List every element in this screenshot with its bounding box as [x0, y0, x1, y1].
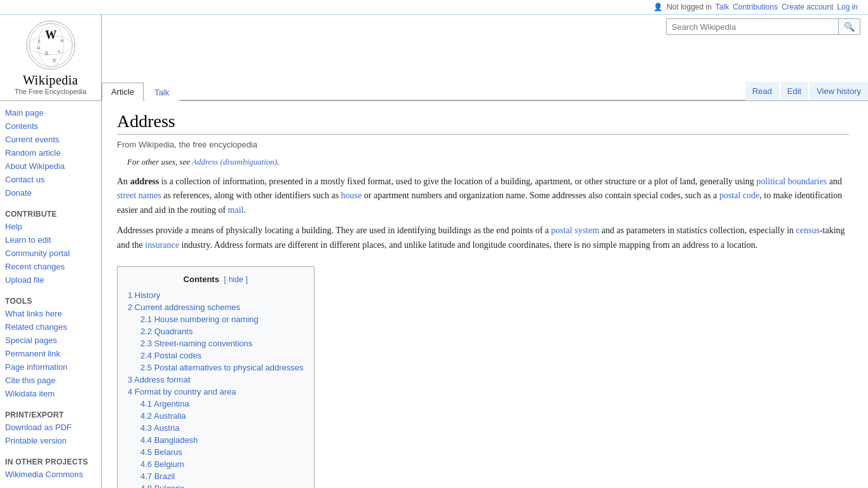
not-logged-in-text: Not logged in — [667, 3, 712, 11]
toc-link-2.1[interactable]: 2.1 House numbering or naming — [140, 315, 259, 324]
logo-subtitle: The Free Encyclopedia — [15, 88, 86, 95]
toc-item: 3 Address format — [128, 374, 304, 386]
sidebar-item-recent-changes[interactable]: Recent changes — [0, 260, 101, 273]
sidebar-item-related-changes[interactable]: Related changes — [0, 320, 101, 334]
sidebar-item-donate[interactable]: Donate — [0, 186, 101, 200]
tab-read[interactable]: Read — [745, 82, 779, 100]
toc-link-4.5[interactable]: 4.5 Belarus — [140, 447, 182, 457]
toc-link-4.3[interactable]: 4.3 Austria — [140, 423, 179, 433]
toc-link-2[interactable]: 2 Current addressing schemes — [128, 302, 240, 312]
tools-heading: Tools — [0, 294, 101, 307]
sidebar-item-page-information[interactable]: Page information — [0, 360, 101, 374]
main-layout: Main page Contents Current events Random… — [0, 101, 868, 488]
content: Address From Wikipedia, the free encyclo… — [102, 101, 864, 488]
toc-item: 4.8 Bulgaria — [140, 482, 304, 488]
search-box: 🔍 — [666, 18, 860, 35]
toc-link-4.6[interactable]: 4.6 Belgium — [140, 459, 184, 469]
sidebar-item-contents[interactable]: Contents — [0, 119, 101, 133]
tab-edit[interactable]: Edit — [780, 82, 808, 100]
from-wikipedia: From Wikipedia, the free encyclopedia — [117, 140, 849, 149]
political-boundaries-link[interactable]: political boundaries — [756, 177, 827, 186]
tab-article[interactable]: Article — [102, 83, 144, 101]
toc-link-1[interactable]: 1 History — [128, 290, 160, 300]
create-account-link[interactable]: Create account — [782, 3, 833, 11]
search-input[interactable] — [667, 20, 838, 34]
wikipedia-logo[interactable]: W Ω 文 A 字 ع И — [25, 20, 76, 71]
sidebar-item-main-page[interactable]: Main page — [0, 106, 101, 119]
sidebar-item-help[interactable]: Help — [0, 220, 101, 233]
toc-title: Contents [hide] — [128, 274, 304, 284]
sidebar-item-special-pages[interactable]: Special pages — [0, 334, 101, 347]
toc-link-4.4[interactable]: 4.4 Bangladesh — [140, 435, 198, 445]
sidebar-item-what-links-here[interactable]: What links here — [0, 307, 101, 320]
sidebar-item-cite-this-page[interactable]: Cite this page — [0, 374, 101, 387]
toc-link-4.2[interactable]: 4.2 Australia — [140, 411, 186, 421]
svg-text:字: 字 — [52, 58, 57, 64]
toc-item: 2.3 Street-naming conventions — [140, 337, 304, 349]
house-link[interactable]: house — [341, 191, 362, 200]
toc-link-4[interactable]: 4 Format by country and area — [128, 387, 236, 396]
sidebar-item-about-wikipedia[interactable]: About Wikipedia — [0, 159, 101, 173]
sidebar-item-current-events[interactable]: Current events — [0, 133, 101, 146]
svg-text:A: A — [57, 49, 60, 54]
toc-link-2.4[interactable]: 2.4 Postal codes — [140, 351, 201, 360]
sidebar: Main page Contents Current events Random… — [0, 101, 102, 488]
top-bar: 👤 Not logged in Talk Contributions Creat… — [0, 0, 868, 15]
toc-item: 1 History — [128, 289, 304, 301]
other-projects-heading: In other projects — [0, 455, 101, 468]
insurance-link[interactable]: insurance — [145, 240, 179, 250]
sidebar-item-printable-version[interactable]: Printable version — [0, 434, 101, 447]
logo-title[interactable]: Wikipedia — [23, 73, 78, 88]
sidebar-item-permanent-link[interactable]: Permanent link — [0, 347, 101, 360]
toc-link-4.8[interactable]: 4.8 Bulgaria — [140, 484, 184, 488]
toc-link-2.5[interactable]: 2.5 Postal alternatives to physical addr… — [140, 363, 304, 372]
sidebar-item-upload-file[interactable]: Upload file — [0, 273, 101, 287]
log-in-link[interactable]: Log in — [837, 3, 858, 11]
table-of-contents: Contents [hide] 1 History2 Current addre… — [117, 266, 315, 488]
toc-link-3[interactable]: 3 Address format — [128, 375, 190, 384]
tabs-and-search: 🔍 Article Talk Read Edit View history — [102, 15, 868, 100]
sidebar-other-projects: In other projects Wikimedia Commons — [0, 455, 101, 481]
tab-talk[interactable]: Talk — [145, 83, 179, 101]
toc-item: 4.1 Argentina — [140, 398, 304, 410]
sidebar-item-contact-us[interactable]: Contact us — [0, 173, 101, 186]
address-bold: address — [130, 177, 159, 186]
toc-item: 2 Current addressing schemes — [128, 301, 304, 313]
postal-system-link[interactable]: postal system — [551, 226, 599, 235]
tab-view-history[interactable]: View history — [810, 82, 868, 100]
user-icon: 👤 — [653, 3, 663, 11]
census-link[interactable]: census — [796, 226, 820, 235]
sidebar-contribute: Contribute Help Learn to edit Community … — [0, 207, 101, 287]
sidebar-item-random-article[interactable]: Random article — [0, 146, 101, 159]
article-paragraph-2: Addresses provide a means of physically … — [117, 224, 849, 252]
sidebar-item-wikimedia-commons[interactable]: Wikimedia Commons — [0, 468, 101, 481]
search-button[interactable]: 🔍 — [838, 19, 860, 34]
search-row: 🔍 — [102, 15, 868, 35]
toc-item: 4.6 Belgium — [140, 458, 304, 470]
contribute-heading: Contribute — [0, 207, 101, 220]
sidebar-item-learn-to-edit[interactable]: Learn to edit — [0, 233, 101, 247]
svg-text:И: И — [60, 38, 64, 43]
sidebar-item-wikidata-item[interactable]: Wikidata item — [0, 387, 101, 400]
toc-link-4.1[interactable]: 4.1 Argentina — [140, 399, 189, 409]
talk-link[interactable]: Talk — [715, 3, 729, 11]
toc-items: 1 History2 Current addressing schemes2.1… — [128, 289, 304, 488]
hatnote-link[interactable]: Address (disambiguation) — [192, 157, 277, 166]
sidebar-item-community-portal[interactable]: Community portal — [0, 247, 101, 260]
toc-item: 2.2 Quadrants — [140, 325, 304, 337]
toc-item: 4.7 Brazil — [140, 470, 304, 482]
article-paragraph-1: An address is a collection of informatio… — [117, 175, 849, 217]
toc-link-4.7[interactable]: 4.7 Brazil — [140, 471, 175, 481]
svg-text:文: 文 — [44, 51, 49, 56]
contributions-link[interactable]: Contributions — [733, 3, 778, 11]
toc-item: 4.3 Austria — [140, 422, 304, 434]
toc-link-2.2[interactable]: 2.2 Quadrants — [140, 327, 193, 336]
mail-link[interactable]: mail — [228, 205, 244, 215]
sidebar-item-download-pdf[interactable]: Download as PDF — [0, 421, 101, 434]
postal-code-link[interactable]: postal code — [719, 191, 759, 200]
street-names-link[interactable]: street names — [117, 191, 161, 200]
toc-item: 2.4 Postal codes — [140, 349, 304, 362]
toc-item: 2.5 Postal alternatives to physical addr… — [140, 362, 304, 374]
toc-hide-link[interactable]: hide — [229, 275, 243, 284]
toc-link-2.3[interactable]: 2.3 Street-naming conventions — [140, 339, 252, 348]
